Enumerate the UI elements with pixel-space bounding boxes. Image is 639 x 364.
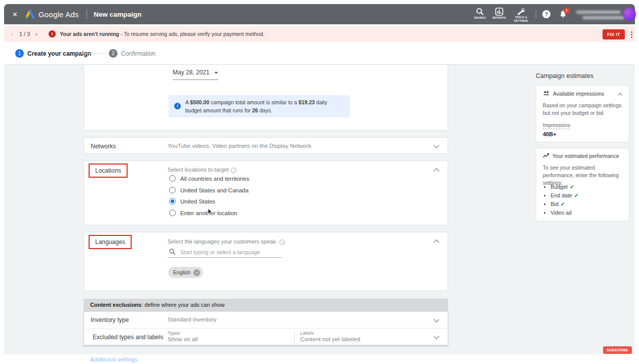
info-icon: i [174,103,181,109]
content-exclusions-header: Content exclusions: define where your ad… [84,299,448,311]
audience-icon [543,91,550,96]
inventory-type-label: Inventory type [91,316,129,323]
error-icon: ! [49,30,56,37]
brand-name: Google Ads [38,4,79,24]
google-ads-window: ✕ Google Ads New campaign SEARCH [0,0,639,364]
labels-value: Content not yet labeled [300,336,360,342]
estimated-performance-card: Your estimated performance To see your e… [536,148,629,221]
budget-info-box: i A $500.00 campaign total amount is sim… [169,95,350,117]
locations-prompt: Select locations to target? [168,167,236,173]
networks-value: YouTube videos, Video partners on the Di… [168,143,311,149]
alert-pagination: 1 / 3 [19,31,30,37]
alert-prev-icon[interactable]: ‹ [11,31,13,37]
inventory-type-row[interactable]: Inventory type Standard inventory [84,312,448,329]
budget-dates-card: May 28, 2021 i A $500.00 campaign total … [84,65,448,131]
available-impressions-description: Based on your campaign settings but not … [543,102,625,117]
start-date-select[interactable]: May 28, 2021 [173,69,218,80]
networks-label: Networks [91,143,116,150]
check-icon: ✓ [570,184,574,190]
chevron-up-icon[interactable] [433,168,439,174]
help-circle-icon[interactable]: ? [279,239,285,245]
additional-settings-link[interactable]: Additional settings [90,356,137,362]
languages-prompt: Select the languages your customers spea… [168,238,285,245]
close-icon[interactable]: ✕ [12,4,18,24]
available-impressions-title: Available impressions [553,91,604,97]
checklist-item-budget: Budget✓ [544,184,574,190]
trending-icon [543,153,549,158]
tools-settings-button[interactable]: TOOLS & SETTINGS [511,8,531,22]
check-icon: ✓ [574,192,579,198]
help-circle-icon[interactable]: ? [231,168,236,173]
chevron-up-icon[interactable] [618,93,622,97]
radio-option-enter-location[interactable]: Enter another location [169,210,237,216]
search-underline [168,257,282,258]
language-chip-english[interactable]: English × [168,267,203,278]
wrench-icon [511,8,531,15]
header-divider-2 [536,10,536,18]
reports-icon [491,8,507,16]
payment-alert-bar: ‹ 1 / 3 › ! Your ads aren't running - To… [4,26,635,42]
campaign-estimates-title: Campaign estimates [536,72,593,79]
help-icon[interactable]: ? [542,10,550,18]
account-name-redacted [576,11,621,14]
check-icon: ✓ [561,201,565,207]
radio-option-us-canada[interactable]: United States and Canada [169,187,249,193]
locations-label-highlight: Locations [89,164,128,178]
campaign-steps-bar: 1 Create your campaign 2 Confirmation [4,42,635,65]
languages-section: Languages Select the languages your cust… [84,232,448,291]
search-icon [472,8,488,16]
languages-label: Languages [95,238,125,246]
language-search-icon [169,249,176,255]
step-1-circle: 1 [15,49,24,58]
radio-icon[interactable] [169,187,176,193]
types-sublabel: Types [168,331,180,336]
available-impressions-card: Available impressions Based on your camp… [536,85,629,142]
language-search-input[interactable]: Start typing or select a language [180,249,260,255]
excluded-types-label: Excluded types and labels [93,334,163,341]
chevron-up-icon[interactable] [433,239,439,245]
radio-icon[interactable] [169,210,176,216]
languages-label-highlight: Languages [89,235,132,249]
excluded-types-row[interactable]: Excluded types and labels Types Show on … [84,329,448,345]
impressions-metric-value: 40B+ [543,131,556,137]
radio-selected-icon[interactable] [169,198,176,205]
chevron-down-icon[interactable] [433,333,439,339]
estimated-performance-title: Your estimated performance [552,153,619,159]
alert-overflow-menu-icon[interactable] [630,30,632,39]
checklist-item-bid: Bid✓ [544,201,565,208]
impressions-metric-label: Impressions [543,123,570,129]
inventory-type-value: Standard inventory [168,316,217,322]
checklist-item-end-date: End date✓ [544,192,579,199]
reports-button[interactable]: REPORTS [491,8,507,19]
fix-it-button[interactable]: FIX IT [603,29,625,39]
alert-message: Your ads aren't running - To resume serv… [60,31,264,37]
chevron-down-icon[interactable] [433,316,439,322]
subscribe-button[interactable]: SUBSCRIBE [603,346,632,354]
radio-icon[interactable] [169,175,176,182]
step-2-circle: 2 [109,49,117,58]
account-email-redacted [582,16,625,19]
notification-badge: ! [564,8,570,14]
alert-next-icon[interactable]: › [35,31,37,37]
google-ads-logo-icon [24,4,35,24]
account-avatar[interactable] [623,8,636,21]
networks-section[interactable]: Networks YouTube videos, Video partners … [84,137,448,154]
labels-sublabel: Labels [300,331,314,336]
step-1-label[interactable]: Create your campaign [27,50,91,57]
types-value: Show on all [168,336,197,342]
content-exclusions-card: Inventory type Standard inventory Exclud… [84,311,448,345]
radio-option-united-states[interactable]: United States [169,198,215,205]
app-header: ✕ Google Ads New campaign SEARCH [4,4,635,24]
step-connector [81,53,109,54]
dropdown-caret-icon [214,72,218,74]
chevron-down-icon[interactable] [433,142,439,148]
radio-option-all-countries[interactable]: All countries and territories [169,175,249,182]
notifications-bell-icon[interactable]: ! [558,10,568,19]
locations-section: Locations Select locations to target? Al… [84,160,448,225]
chip-remove-icon[interactable]: × [193,269,200,276]
column-divider [294,330,295,344]
search-button[interactable]: SEARCH [472,8,488,19]
mouse-cursor-icon [208,208,213,215]
budget-info-text: A $500.00 campaign total amount is simil… [185,98,341,114]
step-2-label[interactable]: Confirmation [121,50,155,57]
